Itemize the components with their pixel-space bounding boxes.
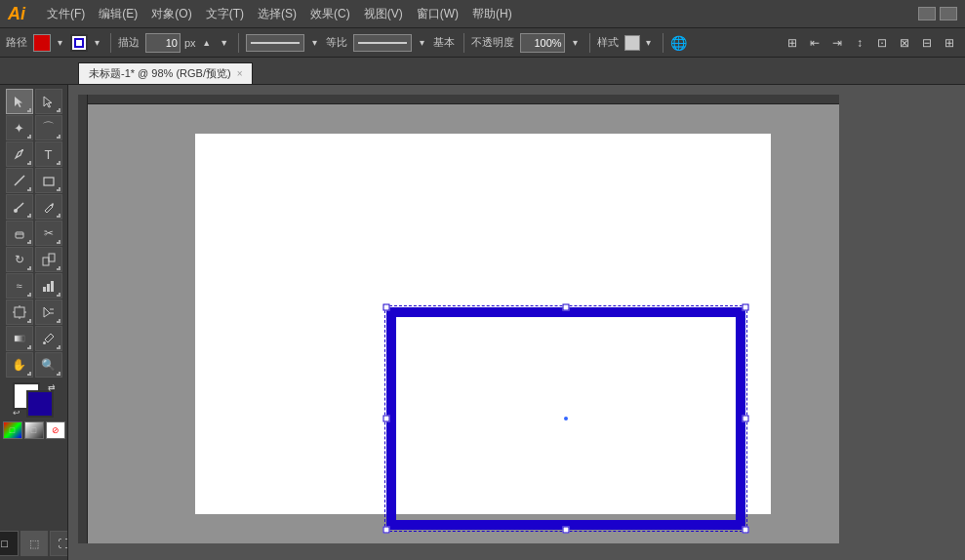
canvas-area: [68, 85, 965, 560]
eraser-tool[interactable]: [6, 220, 33, 246]
warp-tool[interactable]: ≈: [6, 273, 33, 299]
menu-window[interactable]: 窗口(W): [411, 4, 464, 24]
handle-tl[interactable]: [383, 304, 390, 311]
reset-colors-icon[interactable]: ↩: [13, 408, 20, 418]
bar-chart-tool[interactable]: [35, 273, 62, 299]
menubar: 文件(F) 编辑(E) 对象(O) 文字(T) 选择(S) 效果(C) 视图(V…: [41, 4, 518, 24]
menu-help[interactable]: 帮助(H): [466, 4, 518, 24]
opacity-arrow[interactable]: ▾: [569, 36, 583, 50]
proportion-arrow[interactable]: ▾: [416, 36, 429, 50]
rt-icon-4[interactable]: ↕: [850, 36, 869, 50]
direct-selection-tool[interactable]: [35, 89, 62, 114]
preview-view-button[interactable]: ⬚: [20, 531, 48, 556]
titlebar: Ai 文件(F) 编辑(E) 对象(O) 文字(T) 选择(S) 效果(C) 视…: [0, 0, 965, 28]
lasso-icon: ⌒: [42, 119, 55, 137]
handle-mr[interactable]: [743, 416, 749, 422]
normal-view-icon: □: [1, 538, 8, 549]
menu-select[interactable]: 选择(S): [252, 4, 302, 24]
menu-object[interactable]: 对象(O): [145, 4, 197, 24]
globe-icon[interactable]: 🌐: [670, 35, 687, 51]
zoom-tool[interactable]: 🔍: [35, 352, 62, 378]
pencil-tool[interactable]: [35, 194, 62, 220]
menu-effect[interactable]: 效果(C): [304, 4, 356, 24]
line-style-1[interactable]: [246, 34, 304, 52]
rotate-tool[interactable]: ↻: [6, 247, 33, 272]
fill-dropdown-arrow[interactable]: ▾: [53, 36, 66, 50]
slice-tool[interactable]: [35, 300, 62, 325]
fullscreen-view-button[interactable]: ⛶: [50, 531, 69, 556]
handle-tm[interactable]: [563, 304, 570, 311]
paintbrush-tool[interactable]: [6, 194, 33, 220]
rectangle-object[interactable]: [386, 307, 745, 530]
tool-corner: [27, 135, 31, 139]
normal-view-button[interactable]: □: [0, 531, 19, 556]
stroke-down-arrow[interactable]: ▼: [218, 36, 231, 50]
rt-icon-8[interactable]: ⊞: [940, 36, 959, 50]
stroke-dropdown-arrow[interactable]: ▾: [90, 36, 103, 50]
tool-corner: [27, 187, 31, 191]
window-icon-1[interactable]: [918, 7, 936, 20]
scale-tool[interactable]: [35, 247, 62, 272]
handle-bm[interactable]: [563, 527, 570, 534]
menu-view[interactable]: 视图(V): [358, 4, 409, 24]
eyedropper-tool[interactable]: [35, 326, 62, 351]
rt-icon-2[interactable]: ⇤: [805, 36, 824, 50]
opacity-input[interactable]: [520, 33, 565, 53]
selection-tool[interactable]: [6, 89, 33, 114]
stroke-color-swatch[interactable]: [26, 390, 54, 418]
line-style-arrow[interactable]: ▾: [308, 36, 322, 50]
svg-point-3: [14, 209, 18, 213]
rect-tool[interactable]: [35, 168, 62, 193]
rt-icon-7[interactable]: ⊟: [917, 36, 937, 50]
stroke-value-input[interactable]: [145, 33, 181, 53]
fill-stroke-swatches[interactable]: ⇄ ↩: [13, 382, 56, 418]
handle-ml[interactable]: [383, 416, 390, 422]
stroke-swatch[interactable]: [70, 34, 88, 52]
tool-corner: [57, 266, 60, 270]
basic-label: 基本: [433, 35, 455, 50]
tool-corner: [57, 214, 60, 218]
text-icon: T: [45, 147, 53, 162]
stroke-unit-label: px: [184, 37, 196, 49]
menu-text[interactable]: 文字(T): [200, 4, 250, 24]
scissors-tool[interactable]: ✂: [35, 220, 62, 246]
pen-tool[interactable]: [6, 141, 33, 167]
style-swatch[interactable]: [624, 35, 640, 51]
swap-colors-icon[interactable]: ⇄: [48, 382, 56, 392]
color-mode-button[interactable]: □: [3, 421, 22, 439]
none-mode-button[interactable]: ⊘: [46, 421, 65, 439]
rt-icon-1[interactable]: ⊞: [783, 36, 802, 50]
divider-5: [663, 33, 663, 53]
tab-close-button[interactable]: ×: [237, 68, 243, 79]
color-swatch-area: ⇄ ↩ □ □ ⊘: [3, 382, 65, 439]
handle-bl[interactable]: [383, 527, 390, 534]
gradient-mode-button[interactable]: □: [24, 421, 44, 439]
magic-wand-tool[interactable]: ✦: [6, 115, 33, 140]
hand-tool[interactable]: ✋: [6, 352, 33, 378]
menu-edit[interactable]: 编辑(E): [93, 4, 143, 24]
rt-icon-6[interactable]: ⊠: [895, 36, 914, 50]
rt-icon-3[interactable]: ⇥: [827, 36, 847, 50]
stroke-size-label: 描边: [118, 35, 140, 50]
view-mode-row: □ ⬚ ⛶: [0, 531, 68, 556]
gradient-tool[interactable]: [6, 326, 33, 351]
handle-br[interactable]: [743, 527, 749, 534]
text-tool[interactable]: T: [35, 141, 62, 167]
style-arrow[interactable]: ▾: [642, 36, 656, 50]
tool-corner: [27, 161, 31, 165]
fill-swatch[interactable]: [33, 34, 51, 52]
svg-rect-2: [44, 178, 54, 185]
tab-main[interactable]: 未标题-1* @ 98% (RGB/预览) ×: [78, 62, 253, 84]
proportion-preview[interactable]: [353, 34, 412, 52]
lasso-tool[interactable]: ⌒: [35, 115, 62, 140]
window-icon-2[interactable]: [940, 7, 957, 20]
stroke-up-arrow[interactable]: ▲: [200, 36, 214, 50]
artboard-tool[interactable]: [6, 300, 33, 325]
tool-corner: [57, 372, 60, 376]
canvas-scroll[interactable]: [68, 85, 965, 560]
menu-file[interactable]: 文件(F): [41, 4, 91, 24]
rt-icon-5[interactable]: ⊡: [872, 36, 892, 50]
fill-swatch-box: ▾: [33, 34, 66, 52]
line-tool[interactable]: [6, 168, 33, 193]
handle-tr[interactable]: [743, 304, 749, 311]
